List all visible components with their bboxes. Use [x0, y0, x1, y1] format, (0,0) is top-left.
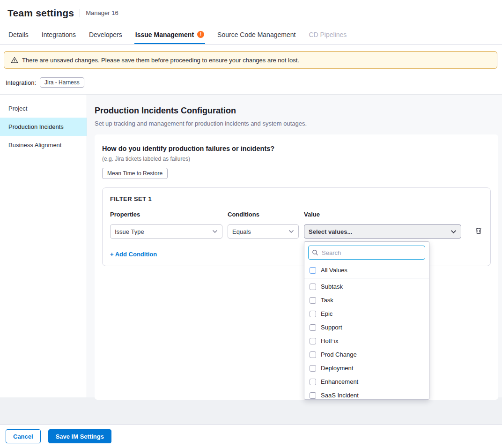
question-heading: How do you identify production failures … [102, 145, 491, 152]
checkbox-icon[interactable] [310, 351, 316, 358]
tab-label: Issue Management [135, 31, 194, 38]
condition-select-value: Equals [232, 228, 251, 235]
tab-label: Details [8, 31, 29, 38]
incidents-config-card: How do you identify production failures … [95, 134, 498, 400]
tab-label: CD Pipelines [309, 31, 347, 38]
option-enhancement[interactable]: Enhancement [304, 375, 429, 388]
filter-grid: Properties Conditions Value Issue Type E… [110, 211, 483, 239]
tab-issue-management[interactable]: Issue Management ! [134, 26, 205, 45]
metric-chip-mean-time-to-restore[interactable]: Mean Time to Restore [102, 168, 168, 179]
tab-cd-pipelines: CD Pipelines [308, 26, 347, 45]
property-select[interactable]: Issue Type [110, 224, 222, 239]
option-epic[interactable]: Epic [304, 307, 429, 321]
page-title: Team settings [7, 7, 74, 19]
option-label: All Values [321, 267, 347, 274]
option-label: Support [321, 324, 342, 331]
question-hint: (e.g. Jira tickets labeled as failures) [102, 156, 491, 162]
chevron-down-icon [288, 230, 294, 233]
sidebar-item-label: Production Incidents [8, 123, 64, 130]
option-subtask[interactable]: Subtask [304, 280, 429, 293]
section-title: Production Incidents Configuration [95, 106, 498, 116]
banner-text: There are unsaved changes. Please save t… [22, 57, 299, 64]
team-settings-page: Team settings Manager 16 Details Integra… [0, 0, 502, 448]
bottom-spacer [0, 397, 502, 424]
integration-row: Integration: Jira - Harness [0, 75, 502, 95]
chevron-down-icon [212, 230, 218, 233]
property-select-value: Issue Type [115, 228, 144, 235]
sidebar-item-label: Project [8, 105, 27, 112]
cancel-button[interactable]: Cancel [6, 429, 41, 443]
dropdown-search-input[interactable] [308, 246, 425, 260]
value-dropdown-panel: All Values Subtask Task [304, 241, 429, 400]
tab-details[interactable]: Details [7, 26, 30, 45]
tab-source-code-management[interactable]: Source Code Management [216, 26, 296, 45]
search-icon [312, 249, 318, 258]
option-label: Subtask [321, 283, 343, 290]
checkbox-icon[interactable] [310, 324, 316, 331]
checkbox-icon[interactable] [310, 311, 316, 317]
integration-label: Integration: [6, 79, 36, 86]
option-task[interactable]: Task [304, 293, 429, 307]
value-select-wrap: Select values... [304, 224, 461, 239]
checkbox-icon[interactable] [310, 267, 316, 274]
checkbox-icon[interactable] [310, 284, 316, 290]
option-label: Deployment [321, 365, 353, 372]
tab-label: Source Code Management [217, 31, 295, 38]
sidebar-item-label: Business Alignment [8, 142, 61, 149]
integration-chip[interactable]: Jira - Harness [40, 77, 84, 88]
tab-developers[interactable]: Developers [88, 26, 123, 45]
option-all-values[interactable]: All Values [304, 263, 429, 278]
column-label-properties: Properties [110, 211, 222, 218]
warning-badge-icon: ! [197, 31, 204, 38]
title-divider [80, 9, 80, 17]
warning-triangle-icon [11, 56, 18, 64]
save-im-settings-button[interactable]: Save IM Settings [48, 429, 111, 443]
option-label: SaaS Incident [321, 392, 359, 399]
team-name: Manager 16 [86, 9, 118, 16]
tab-bar: Details Integrations Developers Issue Ma… [0, 26, 502, 45]
add-condition-link[interactable]: + Add Condition [110, 251, 157, 258]
option-support[interactable]: Support [304, 321, 429, 334]
value-select-placeholder: Select values... [309, 228, 352, 235]
header: Team settings Manager 16 [0, 0, 502, 26]
trash-icon [475, 227, 482, 236]
option-label: Epic [321, 310, 332, 317]
filter-set-1: FILTER SET 1 Properties Conditions Value… [102, 187, 491, 266]
option-saas-incident[interactable]: SaaS Incident [304, 388, 429, 400]
option-label: Prod Change [321, 351, 357, 358]
checkbox-icon[interactable] [310, 379, 316, 385]
option-label: Task [321, 297, 333, 304]
unsaved-changes-banner: There are unsaved changes. Please save t… [4, 51, 497, 69]
column-label-value: Value [304, 211, 461, 218]
condition-select[interactable]: Equals [228, 224, 299, 239]
settings-body: Project Production Incidents Business Al… [0, 95, 502, 397]
sidebar-item-business-alignment[interactable]: Business Alignment [0, 136, 87, 154]
footer-action-bar: Cancel Save IM Settings [0, 424, 502, 448]
option-prod-change[interactable]: Prod Change [304, 348, 429, 361]
option-deployment[interactable]: Deployment [304, 361, 429, 375]
value-multiselect[interactable]: Select values... [304, 224, 461, 239]
option-label: HotFix [321, 337, 339, 344]
checkbox-icon[interactable] [310, 338, 316, 344]
section-subtitle: Set up tracking and management for produ… [95, 120, 498, 127]
sidebar-item-production-incidents[interactable]: Production Incidents [0, 118, 87, 136]
settings-sidebar: Project Production Incidents Business Al… [0, 95, 87, 397]
column-label-conditions: Conditions [228, 211, 299, 218]
sidebar-item-project[interactable]: Project [0, 99, 87, 118]
option-label: Enhancement [321, 378, 358, 385]
main-content: Production Incidents Configuration Set u… [87, 95, 502, 397]
checkbox-icon[interactable] [310, 365, 316, 372]
chevron-down-icon [450, 230, 457, 234]
checkbox-icon[interactable] [310, 297, 316, 304]
delete-condition-button[interactable] [474, 226, 483, 237]
option-hotfix[interactable]: HotFix [304, 334, 429, 348]
tab-integrations[interactable]: Integrations [41, 26, 77, 45]
tab-label: Developers [89, 31, 122, 38]
tab-label: Integrations [42, 31, 76, 38]
checkbox-icon[interactable] [310, 392, 316, 399]
dropdown-search-wrap [308, 246, 425, 260]
filter-set-title: FILTER SET 1 [110, 195, 483, 202]
